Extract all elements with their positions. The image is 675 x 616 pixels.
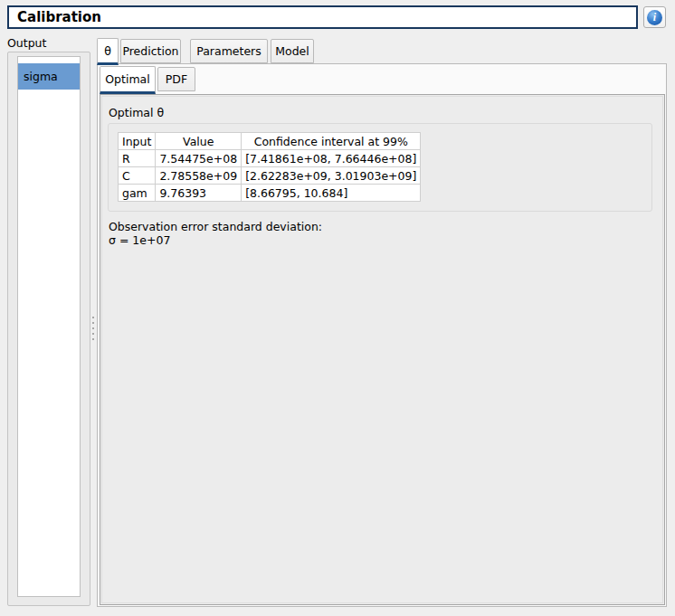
cell-value: 7.54475e+08 [156, 150, 242, 167]
col-header-confidence-interval: Confidence interval at 99% [242, 133, 421, 150]
cell-input: R [119, 150, 156, 167]
splitter-handle[interactable] [91, 317, 94, 346]
tab-optimal[interactable]: Optimal [100, 66, 156, 94]
content-area: Optimal θ Input Value Confidence interva… [101, 96, 663, 603]
col-header-input: Input [119, 133, 156, 150]
cell-ci: [7.41861e+08, 7.66446e+08] [242, 150, 421, 167]
col-header-value: Value [156, 133, 242, 150]
table-row: R 7.54475e+08 [7.41861e+08, 7.66446e+08] [119, 150, 421, 167]
optimal-theta-table: Input Value Confidence interval at 99% R… [118, 132, 421, 202]
page-title: Calibration [17, 9, 101, 25]
output-list: sigma [17, 56, 81, 597]
cell-input: C [119, 167, 156, 185]
table-header-row: Input Value Confidence interval at 99% [119, 133, 421, 150]
cell-ci: [8.66795, 10.684] [242, 185, 421, 202]
tab-parameters[interactable]: Parameters [190, 39, 268, 63]
title-bar: Calibration [7, 5, 638, 29]
table-row: gam 9.76393 [8.66795, 10.684] [119, 185, 421, 202]
cell-value: 9.76393 [156, 185, 242, 202]
table-row: C 2.78558e+09 [2.62283e+09, 3.01903e+09] [119, 167, 421, 185]
tab-prediction[interactable]: Prediction [120, 39, 181, 63]
sigma-value-label: σ = 1e+07 [109, 233, 170, 247]
output-label: Output [7, 36, 46, 50]
content-scroll-area: Optimal θ Input Value Confidence interva… [100, 94, 665, 605]
optimal-theta-group-title: Optimal θ [109, 106, 164, 119]
info-button[interactable]: i [643, 6, 666, 28]
cell-value: 2.78558e+09 [156, 167, 242, 185]
tab-pdf[interactable]: PDF [157, 67, 195, 91]
tab-model[interactable]: Model [271, 39, 314, 63]
cell-input: gam [119, 185, 156, 202]
list-item-sigma[interactable]: sigma [18, 63, 80, 90]
tab-theta[interactable]: θ [97, 38, 119, 65]
output-panel: sigma [7, 52, 90, 606]
info-icon: i [647, 10, 662, 25]
optimal-theta-groupbox: Input Value Confidence interval at 99% R… [108, 123, 652, 212]
cell-ci: [2.62283e+09, 3.01903e+09] [242, 167, 421, 185]
observation-error-label: Observation error standard deviation: [109, 220, 322, 233]
